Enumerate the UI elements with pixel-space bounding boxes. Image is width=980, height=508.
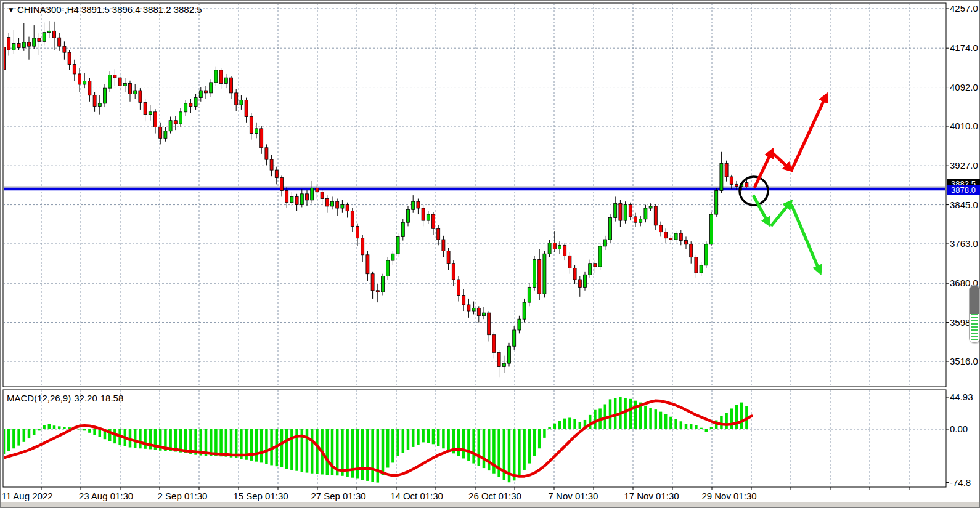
candle-body: [316, 188, 319, 192]
macd-bar: [63, 427, 66, 429]
macd-bar: [260, 429, 263, 462]
candle-body: [735, 184, 738, 186]
macd-bar: [83, 429, 86, 430]
candle-body: [43, 33, 46, 42]
candle-body: [164, 131, 167, 139]
title-low: 3881.2: [143, 4, 171, 15]
candle-body: [38, 38, 41, 41]
macd-bar: [695, 425, 698, 429]
candle-body: [649, 206, 652, 208]
macd-bar: [99, 429, 102, 437]
candle-body: [235, 93, 238, 105]
scrollbar-grip[interactable]: [970, 286, 979, 314]
candle-body: [98, 103, 101, 107]
time-axis-label: 27 Sep 01:30: [311, 491, 365, 501]
scrollbar-thumb[interactable]: [969, 285, 980, 343]
candle-body: [28, 42, 31, 46]
macd-bar: [366, 429, 369, 481]
candle-body: [427, 214, 430, 220]
candle-body: [447, 251, 450, 264]
candle-body: [224, 78, 227, 83]
macd-bar: [2, 429, 6, 454]
macd-bar: [710, 427, 713, 429]
candle-body: [210, 83, 213, 93]
candle-body: [351, 211, 354, 227]
candle-body: [47, 31, 51, 32]
candle-body: [306, 194, 309, 200]
macd-bar: [488, 429, 491, 470]
macd-bar: [391, 429, 394, 462]
macd-bar: [93, 429, 96, 435]
macd-bar: [427, 429, 430, 443]
candle-body: [63, 46, 66, 52]
time-axis-label: 17 Nov 01:30: [624, 491, 679, 501]
candle-body: [149, 112, 152, 115]
macd-bar: [382, 429, 385, 475]
macd-bar: [341, 429, 344, 476]
candle-body: [93, 95, 96, 107]
title-open: 3891.5: [81, 4, 110, 15]
candle-body: [290, 196, 293, 202]
candle-body: [745, 183, 748, 187]
candle-body: [230, 78, 233, 93]
candle-body: [401, 222, 404, 236]
macd-bar: [538, 429, 541, 448]
macd-bar: [553, 424, 557, 429]
macd-bar: [720, 416, 723, 429]
macd-bar: [43, 425, 46, 429]
candle-body: [603, 240, 606, 246]
candle-body: [725, 163, 728, 177]
candle-body: [644, 208, 647, 219]
macd-bar: [28, 429, 31, 438]
candle-body: [159, 127, 162, 139]
price-axis-label: 3516.0: [950, 357, 978, 366]
macd-bar: [255, 429, 258, 462]
macd-bar: [311, 429, 314, 474]
macd-bar: [214, 429, 218, 456]
candle-body: [104, 88, 107, 103]
macd-axis-label: 44.93: [950, 392, 973, 402]
candle-body: [346, 205, 349, 211]
macd-bar: [280, 429, 284, 467]
time-axis-label: 14 Oct 01:30: [390, 491, 443, 501]
candle-body: [325, 199, 329, 206]
price-axis-label: 3845.0: [950, 200, 978, 210]
macd-bar: [594, 410, 597, 429]
chart-canvas: [0, 0, 980, 508]
candle-body: [584, 275, 587, 287]
macd-bar: [483, 429, 486, 468]
candle-body: [371, 274, 374, 291]
candle-body: [255, 129, 258, 134]
macd-bar: [447, 429, 450, 451]
macd-bar: [33, 429, 36, 435]
candle-body: [144, 102, 147, 114]
macd-bar: [579, 422, 582, 429]
candle-body: [629, 205, 632, 217]
macd-bar: [478, 429, 481, 466]
candle-body: [22, 42, 25, 48]
macd-bar: [356, 429, 359, 478]
candle-body: [356, 226, 359, 238]
candle-body: [407, 209, 410, 222]
macd-bar: [361, 429, 364, 480]
candle-body: [548, 243, 551, 254]
candle-body: [285, 190, 288, 202]
macd-bar: [290, 429, 293, 470]
macd-bar: [457, 429, 460, 456]
price-axis-label: 4092.0: [950, 83, 978, 92]
candle-body: [634, 217, 637, 222]
macd-title: MACD(12,26,9)32.2018.58: [7, 393, 126, 403]
macd-bar: [371, 429, 374, 482]
candle-body: [654, 206, 657, 225]
candle-body: [553, 243, 556, 249]
macd-bar: [417, 429, 420, 445]
macd-bar: [53, 425, 56, 429]
candle-body: [295, 196, 298, 204]
candle-body: [113, 75, 116, 78]
price-axis-label: 3763.0: [950, 239, 978, 249]
candle-body: [614, 203, 617, 217]
title-high: 3896.4: [112, 4, 141, 15]
macd-bar: [225, 429, 228, 457]
candle-body: [437, 228, 440, 240]
candle-body: [467, 305, 470, 311]
